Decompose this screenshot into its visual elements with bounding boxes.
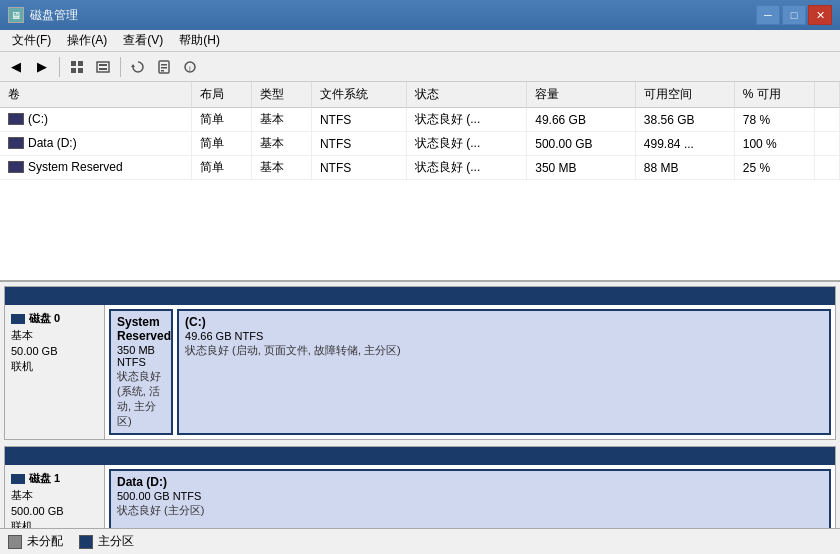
partition-size: 500.00 GB NTFS [117, 490, 823, 502]
table-row[interactable]: Data (D:) 简单 基本 NTFS 状态良好 (... 500.00 GB… [0, 132, 840, 156]
table-row[interactable]: System Reserved 简单 基本 NTFS 状态良好 (... 350… [0, 156, 840, 180]
svg-rect-11 [161, 70, 164, 72]
title-bar-left: 🖥 磁盘管理 [8, 7, 78, 24]
cell-fs: NTFS [311, 156, 406, 180]
disk-graphics-area: 磁盘 0 基本 50.00 GB 联机 System Reserved 350 … [0, 282, 840, 528]
disk-icon: Data (D:) [8, 136, 77, 150]
cell-volume: Data (D:) [0, 132, 192, 156]
disk-info-icon [11, 314, 25, 324]
cell-status: 状态良好 (... [406, 108, 526, 132]
legend-unallocated-label: 未分配 [27, 533, 63, 550]
table-row[interactable]: (C:) 简单 基本 NTFS 状态良好 (... 49.66 GB 38.56… [0, 108, 840, 132]
col-header-capacity: 容量 [527, 82, 636, 108]
partition-name: (C:) [185, 315, 823, 329]
toolbar-btn-extra[interactable]: i [178, 56, 202, 78]
toolbar-btn-properties[interactable] [152, 56, 176, 78]
disk-info-type: 基本 [11, 488, 98, 503]
forward-button[interactable]: ▶ [30, 56, 54, 78]
legend-unallocated-box [8, 535, 22, 549]
svg-marker-7 [131, 64, 135, 67]
cell-layout: 简单 [192, 156, 252, 180]
cell-free: 499.84 ... [635, 132, 734, 156]
legend-primary-label: 主分区 [98, 533, 134, 550]
menu-help[interactable]: 帮助(H) [171, 30, 228, 51]
col-header-free: 可用空间 [635, 82, 734, 108]
disk-block: 磁盘 1 基本 500.00 GB 联机 Data (D:) 500.00 GB… [4, 446, 836, 528]
disk-info-type: 基本 [11, 328, 98, 343]
cell-fs: NTFS [311, 108, 406, 132]
disk-icon-img [8, 137, 24, 149]
cell-type: 基本 [252, 156, 312, 180]
col-header-status: 状态 [406, 82, 526, 108]
partition-name: System Reserved [117, 315, 165, 343]
disk-info-icon [11, 474, 25, 484]
table-header-row: 卷 布局 类型 文件系统 状态 容量 可用空间 % 可用 [0, 82, 840, 108]
cell-volume: (C:) [0, 108, 192, 132]
disk-info-name: 磁盘 1 [11, 471, 98, 486]
back-button[interactable]: ◀ [4, 56, 28, 78]
cell-free: 38.56 GB [635, 108, 734, 132]
app-icon: 🖥 [8, 7, 24, 23]
main-area: 卷 布局 类型 文件系统 状态 容量 可用空间 % 可用 (C:) [0, 82, 840, 554]
partition-size: 350 MB NTFS [117, 344, 165, 368]
svg-text:i: i [189, 64, 191, 73]
maximize-button[interactable]: □ [782, 5, 806, 25]
menu-view[interactable]: 查看(V) [115, 30, 171, 51]
cell-free: 88 MB [635, 156, 734, 180]
menu-file[interactable]: 文件(F) [4, 30, 59, 51]
col-header-percent: % 可用 [734, 82, 814, 108]
disk-header-bar [5, 287, 835, 305]
partition-status: 状态良好 (启动, 页面文件, 故障转储, 主分区) [185, 343, 823, 358]
disk-header-bar [5, 447, 835, 465]
disk-info-panel: 磁盘 1 基本 500.00 GB 联机 [5, 465, 105, 528]
disk-info-size: 500.00 GB [11, 505, 98, 517]
partition-size: 49.66 GB NTFS [185, 330, 823, 342]
col-header-layout: 布局 [192, 82, 252, 108]
svg-rect-4 [97, 62, 109, 72]
toolbar-btn-refresh[interactable] [126, 56, 150, 78]
disk-icon-img [8, 161, 24, 173]
cell-percent: 25 % [734, 156, 814, 180]
toolbar-btn-grid[interactable] [65, 56, 89, 78]
cell-percent: 78 % [734, 108, 814, 132]
cell-status: 状态良好 (... [406, 156, 526, 180]
cell-type: 基本 [252, 132, 312, 156]
cell-capacity: 500.00 GB [527, 132, 636, 156]
cell-extra [815, 156, 840, 180]
disk-icon: (C:) [8, 112, 48, 126]
cell-layout: 简单 [192, 108, 252, 132]
disk-partitions-panel: System Reserved 350 MB NTFS 状态良好 (系统, 活动… [105, 305, 835, 439]
minimize-button[interactable]: ─ [756, 5, 780, 25]
legend-unallocated: 未分配 [8, 533, 63, 550]
svg-rect-5 [99, 64, 107, 66]
disk-content-row: 磁盘 1 基本 500.00 GB 联机 Data (D:) 500.00 GB… [5, 465, 835, 528]
disk-icon-img [8, 113, 24, 125]
toolbar-separator-1 [59, 57, 60, 77]
cell-capacity: 49.66 GB [527, 108, 636, 132]
svg-rect-9 [161, 64, 167, 66]
window-title: 磁盘管理 [30, 7, 78, 24]
partition-block[interactable]: System Reserved 350 MB NTFS 状态良好 (系统, 活动… [109, 309, 173, 435]
cell-extra [815, 108, 840, 132]
menu-action[interactable]: 操作(A) [59, 30, 115, 51]
cell-layout: 简单 [192, 132, 252, 156]
cell-type: 基本 [252, 108, 312, 132]
disk-block: 磁盘 0 基本 50.00 GB 联机 System Reserved 350 … [4, 286, 836, 440]
partition-block[interactable]: (C:) 49.66 GB NTFS 状态良好 (启动, 页面文件, 故障转储,… [177, 309, 831, 435]
title-bar: 🖥 磁盘管理 ─ □ ✕ [0, 0, 840, 30]
svg-rect-2 [71, 68, 76, 73]
menu-bar: 文件(F) 操作(A) 查看(V) 帮助(H) [0, 30, 840, 52]
cell-status: 状态良好 (... [406, 132, 526, 156]
partition-status: 状态良好 (系统, 活动, 主分区) [117, 369, 165, 429]
close-button[interactable]: ✕ [808, 5, 832, 25]
cell-extra [815, 132, 840, 156]
window-controls[interactable]: ─ □ ✕ [756, 5, 832, 25]
toolbar-separator-2 [120, 57, 121, 77]
svg-rect-10 [161, 67, 167, 69]
disk-info-status: 联机 [11, 359, 98, 374]
partition-block[interactable]: Data (D:) 500.00 GB NTFS 状态良好 (主分区) [109, 469, 831, 528]
disk-content-row: 磁盘 0 基本 50.00 GB 联机 System Reserved 350 … [5, 305, 835, 439]
legend-primary: 主分区 [79, 533, 134, 550]
toolbar-btn-2[interactable] [91, 56, 115, 78]
svg-rect-0 [71, 61, 76, 66]
